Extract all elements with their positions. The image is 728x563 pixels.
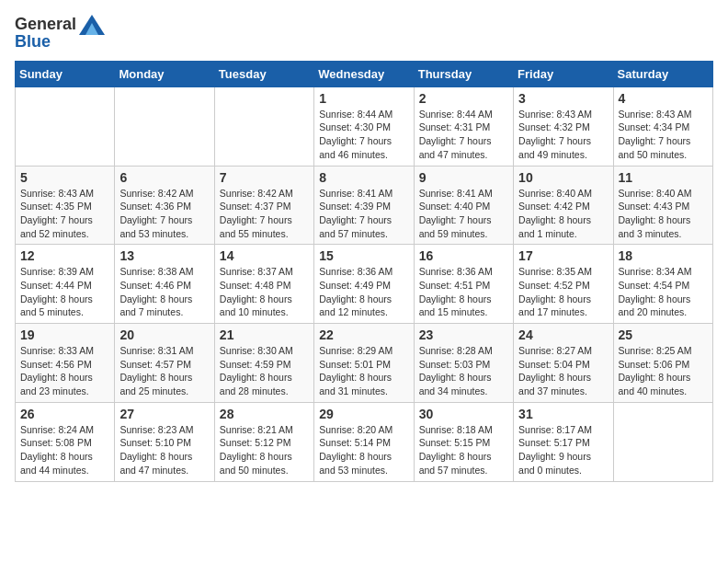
weekday-header-wednesday: Wednesday <box>314 61 414 86</box>
calendar-cell: 30Sunrise: 8:18 AMSunset: 5:15 PMDayligh… <box>414 402 513 481</box>
calendar-cell <box>115 86 214 166</box>
weekday-header-sunday: Sunday <box>16 61 115 86</box>
calendar-cell: 16Sunrise: 8:36 AMSunset: 4:51 PMDayligh… <box>414 245 513 324</box>
calendar-week-row: 5Sunrise: 8:43 AMSunset: 4:35 PMDaylight… <box>16 166 713 245</box>
calendar-cell: 7Sunrise: 8:42 AMSunset: 4:37 PMDaylight… <box>214 166 313 245</box>
weekday-header-row: SundayMondayTuesdayWednesdayThursdayFrid… <box>16 61 713 86</box>
day-info: Sunrise: 8:34 AMSunset: 4:54 PMDaylight:… <box>619 265 708 319</box>
calendar-cell <box>16 86 115 166</box>
day-info: Sunrise: 8:43 AMSunset: 4:32 PMDaylight:… <box>518 108 608 162</box>
calendar-cell: 22Sunrise: 8:29 AMSunset: 5:01 PMDayligh… <box>314 324 414 403</box>
weekday-header-thursday: Thursday <box>414 61 513 86</box>
day-info: Sunrise: 8:36 AMSunset: 4:51 PMDaylight:… <box>419 265 508 319</box>
calendar-cell: 19Sunrise: 8:33 AMSunset: 4:56 PMDayligh… <box>16 324 115 403</box>
calendar-cell: 5Sunrise: 8:43 AMSunset: 4:35 PMDaylight… <box>16 166 115 245</box>
day-info: Sunrise: 8:18 AMSunset: 5:15 PMDaylight:… <box>419 423 508 477</box>
day-info: Sunrise: 8:37 AMSunset: 4:48 PMDaylight:… <box>220 265 309 319</box>
calendar-cell: 31Sunrise: 8:17 AMSunset: 5:17 PMDayligh… <box>514 402 613 481</box>
day-number: 5 <box>20 170 109 185</box>
calendar-cell: 26Sunrise: 8:24 AMSunset: 5:08 PMDayligh… <box>16 402 115 481</box>
day-number: 27 <box>119 407 209 421</box>
day-info: Sunrise: 8:29 AMSunset: 5:01 PMDaylight:… <box>319 344 408 398</box>
day-info: Sunrise: 8:41 AMSunset: 4:39 PMDaylight:… <box>319 187 408 241</box>
calendar: SundayMondayTuesdayWednesdayThursdayFrid… <box>15 61 713 482</box>
calendar-cell: 28Sunrise: 8:21 AMSunset: 5:12 PMDayligh… <box>214 402 313 481</box>
day-number: 28 <box>220 407 309 421</box>
weekday-header-saturday: Saturday <box>613 61 712 86</box>
calendar-cell: 12Sunrise: 8:39 AMSunset: 4:44 PMDayligh… <box>16 245 115 324</box>
day-number: 21 <box>220 327 309 342</box>
calendar-cell: 14Sunrise: 8:37 AMSunset: 4:48 PMDayligh… <box>214 245 313 324</box>
calendar-cell: 4Sunrise: 8:43 AMSunset: 4:34 PMDaylight… <box>613 86 712 166</box>
day-info: Sunrise: 8:39 AMSunset: 4:44 PMDaylight:… <box>20 265 109 319</box>
day-number: 8 <box>319 170 408 185</box>
calendar-cell <box>214 86 313 166</box>
day-info: Sunrise: 8:40 AMSunset: 4:43 PMDaylight:… <box>619 187 708 241</box>
day-number: 16 <box>419 248 508 263</box>
day-info: Sunrise: 8:21 AMSunset: 5:12 PMDaylight:… <box>220 423 309 477</box>
day-number: 4 <box>619 91 708 106</box>
calendar-cell: 25Sunrise: 8:25 AMSunset: 5:06 PMDayligh… <box>613 324 712 403</box>
weekday-header-tuesday: Tuesday <box>214 61 313 86</box>
day-number: 18 <box>619 248 708 263</box>
weekday-header-friday: Friday <box>514 61 613 86</box>
calendar-cell: 27Sunrise: 8:23 AMSunset: 5:10 PMDayligh… <box>115 402 214 481</box>
calendar-week-row: 12Sunrise: 8:39 AMSunset: 4:44 PMDayligh… <box>16 245 713 324</box>
day-number: 30 <box>419 407 508 421</box>
day-number: 12 <box>20 248 109 263</box>
day-number: 7 <box>220 170 309 185</box>
day-info: Sunrise: 8:36 AMSunset: 4:49 PMDaylight:… <box>319 265 408 319</box>
day-number: 13 <box>119 248 209 263</box>
day-number: 6 <box>119 170 209 185</box>
day-info: Sunrise: 8:44 AMSunset: 4:31 PMDaylight:… <box>419 108 508 162</box>
calendar-cell: 15Sunrise: 8:36 AMSunset: 4:49 PMDayligh… <box>314 245 414 324</box>
calendar-cell: 24Sunrise: 8:27 AMSunset: 5:04 PMDayligh… <box>514 324 613 403</box>
day-number: 24 <box>518 327 608 342</box>
day-number: 25 <box>619 327 708 342</box>
logo: General Blue <box>15 15 105 52</box>
day-number: 2 <box>419 91 508 106</box>
calendar-cell: 13Sunrise: 8:38 AMSunset: 4:46 PMDayligh… <box>115 245 214 324</box>
day-info: Sunrise: 8:42 AMSunset: 4:37 PMDaylight:… <box>220 187 309 241</box>
logo-general: General <box>15 16 76 34</box>
day-number: 10 <box>518 170 608 185</box>
header: General Blue <box>15 15 713 52</box>
day-info: Sunrise: 8:31 AMSunset: 4:57 PMDaylight:… <box>119 344 209 398</box>
calendar-cell: 2Sunrise: 8:44 AMSunset: 4:31 PMDaylight… <box>414 86 513 166</box>
day-number: 17 <box>518 248 608 263</box>
calendar-cell: 21Sunrise: 8:30 AMSunset: 4:59 PMDayligh… <box>214 324 313 403</box>
day-info: Sunrise: 8:42 AMSunset: 4:36 PMDaylight:… <box>119 187 209 241</box>
day-number: 9 <box>419 170 508 185</box>
calendar-week-row: 1Sunrise: 8:44 AMSunset: 4:30 PMDaylight… <box>16 86 713 166</box>
calendar-week-row: 19Sunrise: 8:33 AMSunset: 4:56 PMDayligh… <box>16 324 713 403</box>
day-info: Sunrise: 8:20 AMSunset: 5:14 PMDaylight:… <box>319 423 408 477</box>
day-info: Sunrise: 8:17 AMSunset: 5:17 PMDaylight:… <box>518 423 608 477</box>
day-number: 19 <box>20 327 109 342</box>
day-info: Sunrise: 8:24 AMSunset: 5:08 PMDaylight:… <box>20 423 109 477</box>
calendar-cell: 23Sunrise: 8:28 AMSunset: 5:03 PMDayligh… <box>414 324 513 403</box>
calendar-cell: 20Sunrise: 8:31 AMSunset: 4:57 PMDayligh… <box>115 324 214 403</box>
calendar-cell: 3Sunrise: 8:43 AMSunset: 4:32 PMDaylight… <box>514 86 613 166</box>
day-info: Sunrise: 8:23 AMSunset: 5:10 PMDaylight:… <box>119 423 209 477</box>
day-info: Sunrise: 8:28 AMSunset: 5:03 PMDaylight:… <box>419 344 508 398</box>
day-number: 11 <box>619 170 708 185</box>
calendar-cell: 17Sunrise: 8:35 AMSunset: 4:52 PMDayligh… <box>514 245 613 324</box>
day-number: 3 <box>518 91 608 106</box>
calendar-cell: 18Sunrise: 8:34 AMSunset: 4:54 PMDayligh… <box>613 245 712 324</box>
logo-arrow-icon <box>79 15 105 35</box>
weekday-header-monday: Monday <box>115 61 214 86</box>
calendar-week-row: 26Sunrise: 8:24 AMSunset: 5:08 PMDayligh… <box>16 402 713 481</box>
calendar-cell: 8Sunrise: 8:41 AMSunset: 4:39 PMDaylight… <box>314 166 414 245</box>
day-info: Sunrise: 8:33 AMSunset: 4:56 PMDaylight:… <box>20 344 109 398</box>
day-number: 14 <box>220 248 309 263</box>
day-info: Sunrise: 8:30 AMSunset: 4:59 PMDaylight:… <box>220 344 309 398</box>
day-number: 31 <box>518 407 608 421</box>
day-number: 1 <box>319 91 408 106</box>
calendar-cell: 11Sunrise: 8:40 AMSunset: 4:43 PMDayligh… <box>613 166 712 245</box>
day-info: Sunrise: 8:38 AMSunset: 4:46 PMDaylight:… <box>119 265 209 319</box>
calendar-cell: 10Sunrise: 8:40 AMSunset: 4:42 PMDayligh… <box>514 166 613 245</box>
day-number: 23 <box>419 327 508 342</box>
calendar-cell: 29Sunrise: 8:20 AMSunset: 5:14 PMDayligh… <box>314 402 414 481</box>
calendar-cell <box>613 402 712 481</box>
day-number: 22 <box>319 327 408 342</box>
